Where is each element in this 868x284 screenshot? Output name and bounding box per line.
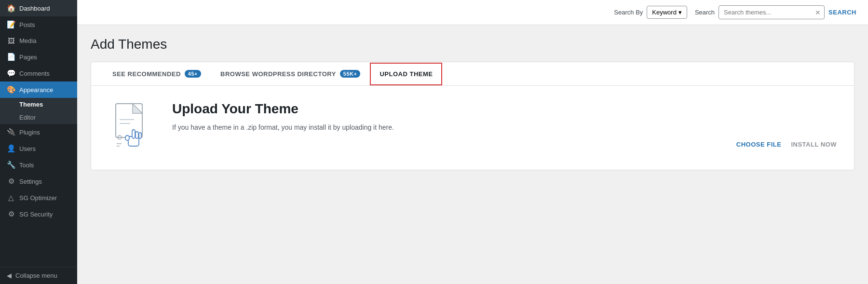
posts-icon: 📝 bbox=[7, 20, 15, 29]
search-group: Search ✕ SEARCH bbox=[695, 5, 856, 19]
media-icon: 🖼 bbox=[7, 37, 15, 45]
sidebar-item-sg-security[interactable]: ⚙ SG Security bbox=[0, 206, 77, 222]
tab-upload[interactable]: UPLOAD THEME bbox=[370, 63, 442, 85]
sidebar-item-users[interactable]: 👤 Users bbox=[0, 140, 77, 157]
keyword-label: Keyword bbox=[652, 9, 677, 16]
tab-upload-label: UPLOAD THEME bbox=[380, 70, 433, 78]
page-title: Add Themes bbox=[91, 37, 854, 52]
search-label: Search bbox=[695, 9, 715, 16]
search-by-group: Search By Keyword ▾ bbox=[614, 6, 687, 19]
upload-illustration bbox=[108, 101, 157, 154]
sidebar-item-sg-optimizer[interactable]: △ SG Optimizer bbox=[0, 189, 77, 206]
sidebar-item-dashboard[interactable]: 🏠 Dashboard bbox=[0, 0, 77, 16]
keyword-select[interactable]: Keyword ▾ bbox=[647, 6, 687, 19]
tab-browse-label: BROWSE WORDPRESS DIRECTORY bbox=[220, 70, 336, 78]
sidebar-item-label: Pages bbox=[19, 54, 37, 61]
appearance-submenu: Themes Editor bbox=[0, 98, 77, 124]
sg-optimizer-icon: △ bbox=[7, 193, 15, 202]
search-input-wrap: ✕ bbox=[719, 5, 825, 19]
sg-security-icon: ⚙ bbox=[7, 210, 15, 218]
tab-recommended[interactable]: SEE RECOMMENDED 45+ bbox=[103, 62, 211, 85]
sidebar-item-label: Tools bbox=[19, 162, 34, 169]
plugins-icon: 🔌 bbox=[7, 128, 15, 136]
svg-rect-4 bbox=[132, 130, 135, 138]
tabs-bar: SEE RECOMMENDED 45+ BROWSE WORDPRESS DIR… bbox=[91, 62, 854, 86]
upload-description: If you have a theme in a .zip format, yo… bbox=[172, 123, 837, 131]
upload-content: Upload Your Theme If you have a theme in… bbox=[172, 101, 837, 148]
sidebar-item-label: Appearance bbox=[19, 86, 53, 94]
tab-recommended-badge: 45+ bbox=[185, 70, 201, 78]
sidebar-item-label: Users bbox=[19, 145, 36, 152]
sidebar-item-settings[interactable]: ⚙ Settings bbox=[0, 173, 77, 189]
upload-actions: CHOOSE FILE INSTALL NOW bbox=[172, 141, 837, 148]
search-by-label: Search By bbox=[614, 9, 643, 16]
appearance-icon: 🎨 bbox=[7, 85, 15, 94]
search-button[interactable]: SEARCH bbox=[828, 9, 856, 16]
sidebar-item-label: SG Security bbox=[19, 211, 53, 218]
tab-recommended-label: SEE RECOMMENDED bbox=[112, 70, 181, 78]
upload-svg-icon bbox=[111, 101, 154, 154]
clear-icon[interactable]: ✕ bbox=[815, 9, 821, 16]
svg-rect-6 bbox=[139, 133, 141, 138]
search-input[interactable] bbox=[719, 5, 825, 19]
sidebar-item-plugins[interactable]: 🔌 Plugins bbox=[0, 124, 77, 140]
upload-title: Upload Your Theme bbox=[172, 101, 837, 117]
content-area: Add Themes SEE RECOMMENDED 45+ BROWSE WO… bbox=[77, 25, 868, 284]
sidebar-item-label: Settings bbox=[19, 178, 42, 185]
sidebar-item-themes[interactable]: Themes bbox=[0, 98, 77, 111]
main-content: Search By Keyword ▾ Search ✕ SEARCH Add … bbox=[77, 0, 868, 284]
sidebar-item-media[interactable]: 🖼 Media bbox=[0, 33, 77, 49]
sidebar-item-label: Dashboard bbox=[19, 5, 50, 12]
sidebar-item-posts[interactable]: 📝 Posts bbox=[0, 16, 77, 33]
tab-browse[interactable]: BROWSE WORDPRESS DIRECTORY 55K+ bbox=[211, 62, 370, 85]
choose-file-button[interactable]: CHOOSE FILE bbox=[736, 141, 782, 148]
svg-rect-5 bbox=[136, 132, 138, 138]
sidebar-item-label: SG Optimizer bbox=[19, 194, 57, 202]
sidebar-item-appearance[interactable]: 🎨 Appearance bbox=[0, 81, 77, 98]
chevron-down-icon: ▾ bbox=[678, 9, 682, 16]
collapse-menu[interactable]: ◀ Collapse menu bbox=[0, 267, 77, 284]
sidebar-item-editor[interactable]: Editor bbox=[0, 111, 77, 124]
sidebar-item-pages[interactable]: 📄 Pages bbox=[0, 49, 77, 65]
svg-rect-7 bbox=[125, 135, 129, 140]
collapse-label: Collapse menu bbox=[15, 272, 57, 279]
collapse-icon: ◀ bbox=[7, 272, 12, 279]
install-now-button[interactable]: INSTALL NOW bbox=[791, 141, 837, 148]
upload-panel: Upload Your Theme If you have a theme in… bbox=[91, 86, 854, 170]
sidebar-item-comments[interactable]: 💬 Comments bbox=[0, 65, 77, 81]
pages-icon: 📄 bbox=[7, 53, 15, 61]
sidebar-item-tools[interactable]: 🔧 Tools bbox=[0, 157, 77, 173]
sidebar-item-label: Plugins bbox=[19, 129, 40, 136]
dashboard-icon: 🏠 bbox=[7, 4, 15, 13]
sidebar-item-label: Media bbox=[19, 37, 36, 44]
sidebar: 🏠 Dashboard 📝 Posts 🖼 Media 📄 Pages 💬 Co… bbox=[0, 0, 77, 284]
tab-browse-badge: 55K+ bbox=[340, 70, 361, 78]
comments-icon: 💬 bbox=[7, 69, 15, 78]
settings-icon: ⚙ bbox=[7, 177, 15, 186]
sidebar-item-label: Comments bbox=[19, 70, 50, 77]
users-icon: 👤 bbox=[7, 144, 15, 153]
topbar: Search By Keyword ▾ Search ✕ SEARCH bbox=[77, 0, 868, 25]
sidebar-item-label: Posts bbox=[19, 21, 35, 28]
tools-icon: 🔧 bbox=[7, 161, 15, 169]
